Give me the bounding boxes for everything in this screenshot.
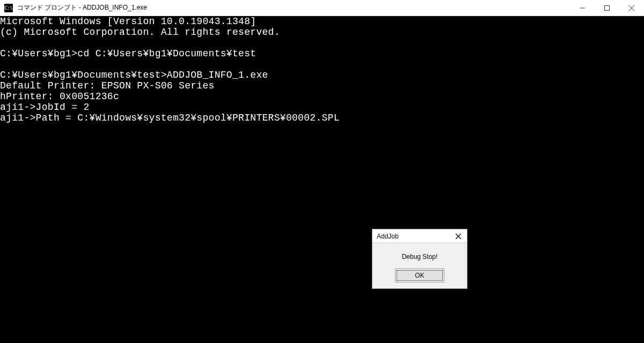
- scrollbar[interactable]: [641, 16, 644, 343]
- message-box: AddJob Debug Stop! OK: [372, 229, 467, 289]
- ok-button[interactable]: OK: [397, 270, 443, 281]
- console-area[interactable]: Microsoft Windows [Version 10.0.19043.13…: [0, 16, 644, 343]
- dialog-title-bar[interactable]: AddJob: [372, 229, 467, 243]
- cmd-icon-label: C:\: [5, 5, 13, 11]
- window-controls: [570, 0, 644, 16]
- close-button[interactable]: [619, 0, 644, 16]
- title-bar[interactable]: C:\ コマンド プロンプト - ADDJOB_INFO_1.exe: [0, 0, 644, 16]
- dialog-button-row: OK: [372, 263, 467, 288]
- dialog-close-button[interactable]: [450, 229, 467, 243]
- window-title: コマンド プロンプト - ADDJOB_INFO_1.exe: [16, 3, 570, 12]
- svg-rect-1: [605, 6, 610, 11]
- dialog-title: AddJob: [372, 233, 450, 240]
- maximize-button[interactable]: [595, 0, 619, 16]
- minimize-button[interactable]: [570, 0, 595, 16]
- dialog-message: Debug Stop!: [372, 243, 467, 263]
- cmd-icon: C:\: [4, 4, 13, 12]
- console-output: Microsoft Windows [Version 10.0.19043.13…: [0, 16, 644, 123]
